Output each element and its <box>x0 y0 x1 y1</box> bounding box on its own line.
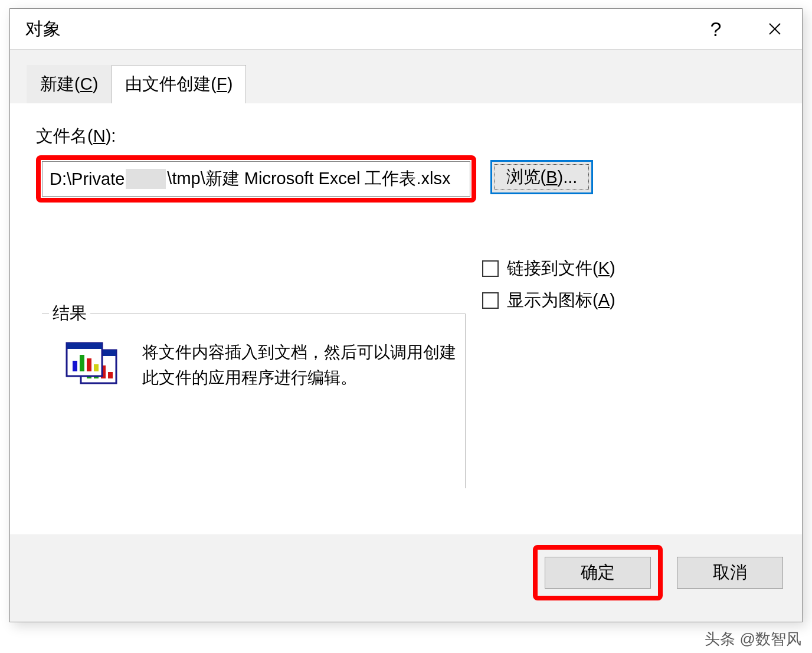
browse-button[interactable]: 浏览(B)... <box>490 160 593 194</box>
dialog-body: 新建(C) 由文件创建(F) 文件名(N): D:\Private \tmp\新… <box>10 49 802 622</box>
cancel-button[interactable]: 取消 <box>677 557 783 589</box>
ok-highlight: 确定 <box>533 545 663 600</box>
redacted-segment <box>126 169 166 189</box>
titlebar-buttons: ? <box>703 16 788 42</box>
dialog-title: 对象 <box>25 17 61 41</box>
close-button[interactable] <box>762 16 788 42</box>
result-group: 结果 <box>42 312 466 488</box>
filename-row: D:\Private \tmp\新建 Microsoft Excel 工作表.x… <box>36 155 781 203</box>
help-icon: ? <box>711 18 722 41</box>
titlebar: 对象 ? <box>10 9 802 49</box>
tab-from-file[interactable]: 由文件创建(F) <box>112 65 246 104</box>
footer-buttons: 确定 取消 <box>533 545 783 600</box>
checkbox-icon <box>482 260 499 277</box>
link-to-file-label: 链接到文件(K) <box>507 257 615 280</box>
link-to-file-checkbox[interactable]: 链接到文件(K) <box>482 257 615 280</box>
checkbox-icon <box>482 292 499 309</box>
options: 链接到文件(K) 显示为图标(A) <box>482 257 615 312</box>
watermark: 头条 @数智风 <box>705 629 801 649</box>
close-icon <box>768 22 782 36</box>
show-as-icon-checkbox[interactable]: 显示为图标(A) <box>482 289 615 312</box>
filename-highlight: D:\Private \tmp\新建 Microsoft Excel 工作表.x… <box>36 155 476 203</box>
ok-button[interactable]: 确定 <box>545 557 651 589</box>
result-group-border <box>42 314 466 488</box>
tab-content: 文件名(N): D:\Private \tmp\新建 Microsoft Exc… <box>10 103 802 534</box>
tab-new[interactable]: 新建(C) <box>27 65 112 104</box>
object-dialog: 对象 ? 新建(C) 由文件创建(F) 文 <box>9 8 803 622</box>
tab-strip: 新建(C) 由文件创建(F) <box>10 50 802 104</box>
show-as-icon-label: 显示为图标(A) <box>507 289 615 312</box>
filename-input[interactable]: D:\Private \tmp\新建 Microsoft Excel 工作表.x… <box>42 161 470 197</box>
result-group-label: 结果 <box>49 302 90 325</box>
filename-label: 文件名(N): <box>36 125 781 148</box>
help-button[interactable]: ? <box>703 16 729 42</box>
